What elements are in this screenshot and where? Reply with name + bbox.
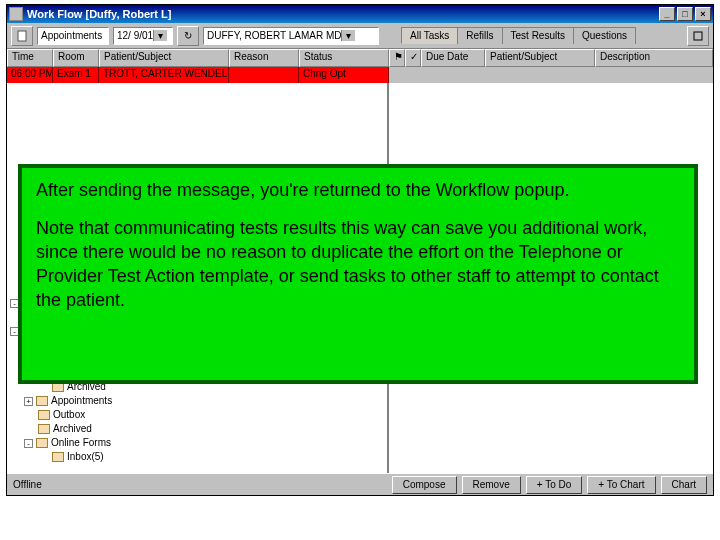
tree-item[interactable]: Archived xyxy=(10,422,200,436)
folder-icon xyxy=(36,438,48,448)
cell-room: Exam 1 xyxy=(53,67,99,83)
cell-reason xyxy=(229,67,299,83)
minimize-button[interactable]: _ xyxy=(659,7,675,21)
cell-status: Chng Opt xyxy=(299,67,389,83)
tree-item-label: Inbox(5) xyxy=(67,450,104,464)
col-check-icon[interactable]: ✓ xyxy=(405,49,421,67)
refresh-icon[interactable]: ↻ xyxy=(177,26,199,46)
chevron-down-icon[interactable]: ▾ xyxy=(341,30,355,41)
footer-bar: Offline Compose Remove + To Do + To Char… xyxy=(7,473,713,495)
tree-item-label: Online Forms xyxy=(51,436,111,450)
tab-refills[interactable]: Refills xyxy=(457,27,502,44)
window-title: Work Flow [Duffy, Robert L] xyxy=(27,8,657,20)
col-description[interactable]: Description xyxy=(595,49,713,67)
folder-icon xyxy=(52,452,64,462)
column-headers: Time Room Patient/Subject Reason Status … xyxy=(7,49,713,67)
close-button[interactable]: × xyxy=(695,7,711,21)
titlebar: Work Flow [Duffy, Robert L] _ □ × xyxy=(7,5,713,23)
provider-dropdown[interactable]: DUFFY, ROBERT LAMAR MD ▾ xyxy=(203,27,379,45)
tab-test-results[interactable]: Test Results xyxy=(502,27,574,44)
connection-status: Offline xyxy=(13,479,42,490)
col-patient2[interactable]: Patient/Subject xyxy=(485,49,595,67)
remove-button[interactable]: Remove xyxy=(462,476,521,494)
task-tabstrip: All Tasks Refills Test Results Questions xyxy=(401,27,635,44)
col-flag-icon[interactable]: ⚑ xyxy=(389,49,405,67)
appointment-row[interactable]: 06:00 PM Exam 1 TROTT, CARTER WENDELL Ch… xyxy=(7,67,713,83)
provider-value: DUFFY, ROBERT LAMAR MD xyxy=(207,30,341,41)
date-field[interactable]: 12/ 9/01 ▾ xyxy=(113,27,173,45)
folder-icon xyxy=(38,424,50,434)
cell-time: 06:00 PM xyxy=(7,67,53,83)
expand-toggle-icon[interactable]: - xyxy=(24,439,33,448)
tree-item[interactable]: Inbox(5) xyxy=(10,450,200,464)
app-icon xyxy=(9,7,23,21)
cell-patient: TROTT, CARTER WENDELL xyxy=(99,67,229,83)
chevron-down-icon[interactable]: ▾ xyxy=(153,30,167,41)
tree-item[interactable]: -Online Forms xyxy=(10,436,200,450)
col-time[interactable]: Time xyxy=(7,49,53,67)
tab-questions[interactable]: Questions xyxy=(573,27,636,44)
date-value: 12/ 9/01 xyxy=(117,30,153,41)
col-patient[interactable]: Patient/Subject xyxy=(99,49,229,67)
instruction-overlay: After sending the message, you're return… xyxy=(18,164,698,384)
chart-button[interactable]: Chart xyxy=(661,476,707,494)
tree-item[interactable]: +Appointments xyxy=(10,394,200,408)
svg-rect-1 xyxy=(694,32,702,40)
svg-rect-0 xyxy=(18,31,26,41)
col-due-date[interactable]: Due Date xyxy=(421,49,485,67)
compose-button[interactable]: Compose xyxy=(392,476,457,494)
overlay-paragraph-2: Note that communicating tests results th… xyxy=(36,216,680,312)
col-reason[interactable]: Reason xyxy=(229,49,299,67)
tree-item[interactable]: Outbox xyxy=(10,408,200,422)
add-chart-button[interactable]: + To Chart xyxy=(587,476,655,494)
col-room[interactable]: Room xyxy=(53,49,99,67)
appointments-dropdown[interactable]: Appointments xyxy=(37,27,109,45)
clipboard-icon[interactable] xyxy=(11,26,33,46)
tree-item-label: Appointments xyxy=(51,394,112,408)
tab-all-tasks[interactable]: All Tasks xyxy=(401,27,458,44)
col-status[interactable]: Status xyxy=(299,49,389,67)
add-todo-button[interactable]: + To Do xyxy=(526,476,583,494)
folder-icon xyxy=(38,410,50,420)
appointments-label: Appointments xyxy=(41,30,102,41)
tree-item-label: Archived xyxy=(53,422,92,436)
expand-icon[interactable] xyxy=(687,26,709,46)
overlay-paragraph-1: After sending the message, you're return… xyxy=(36,178,680,202)
folder-icon xyxy=(36,396,48,406)
toolbar: Appointments 12/ 9/01 ▾ ↻ DUFFY, ROBERT … xyxy=(7,23,713,49)
expand-toggle-icon[interactable]: + xyxy=(24,397,33,406)
maximize-button[interactable]: □ xyxy=(677,7,693,21)
tree-item-label: Outbox xyxy=(53,408,85,422)
